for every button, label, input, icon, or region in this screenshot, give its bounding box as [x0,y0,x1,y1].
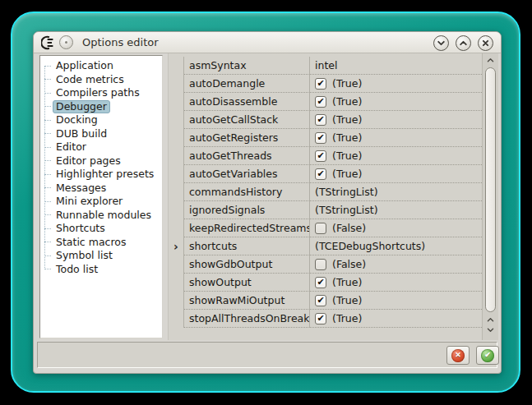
sidebar-item-messages[interactable]: Messages [40,182,162,196]
scrollbar-thumb[interactable] [485,67,496,312]
property-value[interactable]: (TCEDebugShortcuts) [310,237,482,255]
sidebar-item-docking[interactable]: Docking [40,113,162,127]
property-value[interactable]: (TStringList) [310,183,482,201]
tree-branch-icon [44,79,51,80]
property-value[interactable]: ✔ (True) [310,75,482,93]
checkbox-unchecked[interactable] [315,259,326,270]
sidebar-item-label: Editor pages [53,155,123,167]
property-name: ignoredSignals [184,201,310,219]
property-row-autogetcallstack[interactable]: autoGetCallStack ✔ (True) [169,111,482,129]
cancel-button[interactable]: ✕ [446,346,470,365]
property-value[interactable]: (TStringList) [310,201,482,219]
checkbox-checked[interactable]: ✔ [315,132,326,144]
property-value-text: (TStringList) [315,204,378,216]
property-value-text: (True) [332,77,362,90]
property-grid[interactable]: asmSyntax intel autoDemangle ✔ (True) au… [168,53,482,340]
property-row-autogetvariables[interactable]: autoGetVariables ✔ (True) [169,165,482,183]
property-row-stopallthreadsonbreak[interactable]: stopAllThreadsOnBreak ✔ (True) [169,310,482,328]
sidebar-item-label: Debugger [53,100,110,113]
property-row-autodemangle[interactable]: autoDemangle ✔ (True) [169,75,482,93]
sidebar-item-highlighter-presets[interactable]: Highlighter presets [40,168,162,182]
scroll-down-button[interactable] [484,324,497,335]
checkbox-checked[interactable]: ✔ [315,78,326,90]
scrollbar[interactable] [482,53,498,340]
sidebar-item-debugger[interactable]: Debugger [40,100,162,114]
sidebar-item-editor[interactable]: Editor [40,140,162,154]
property-row-showgdboutput[interactable]: showGdbOutput (False) [169,255,482,274]
tree-branch-icon [44,147,51,148]
chevron-down-icon [437,39,446,48]
property-value-text: (False) [332,222,366,234]
property-value[interactable]: ✔ (True) [310,129,482,147]
sidebar-item-label: Messages [53,182,109,194]
checkbox-checked[interactable]: ✔ [315,168,326,180]
property-row-ignoredsignals[interactable]: ignoredSignals (TStringList) [169,201,482,219]
property-row-autodisassemble[interactable]: autoDisassemble ✔ (True) [169,93,482,111]
scroll-up-button[interactable] [484,55,497,66]
sidebar-item-shortcuts[interactable]: Shortcuts [40,222,162,236]
checkbox-checked[interactable]: ✔ [315,313,326,324]
property-row-showoutput[interactable]: showOutput ✔ (True) [169,274,482,292]
property-row-keepredirectedstreams[interactable]: keepRedirectedStreams (False) [169,219,482,237]
property-value[interactable]: intel [310,57,482,75]
sidebar-item-editor-pages[interactable]: Editor pages [40,154,162,168]
checkbox-checked[interactable]: ✔ [315,114,326,126]
minimize-button[interactable] [433,35,449,51]
category-tree[interactable]: Application Code metrics Compilers paths… [39,55,163,338]
property-value[interactable]: (False) [310,219,482,237]
sidebar-item-symbol-list[interactable]: Symbol list [40,249,162,263]
checkbox-checked[interactable]: ✔ [315,295,326,306]
property-name: autoGetRegisters [184,129,310,147]
footer-panel: ✕ ✔ [37,342,497,368]
sidebar-item-runnable-modules[interactable]: Runnable modules [40,209,162,223]
window-menu-button[interactable] [59,35,73,49]
accept-button[interactable]: ✔ [476,346,499,365]
property-row-autogetregisters[interactable]: autoGetRegisters ✔ (True) [169,129,482,147]
property-row-shortcuts[interactable]: › shortcuts (TCEDebugShortcuts) [169,237,482,255]
property-row-showrawmioutput[interactable]: showRawMiOutput ✔ (True) [169,292,482,310]
maximize-button[interactable] [456,35,471,51]
property-value[interactable]: (False) [310,255,482,274]
property-value[interactable]: ✔ (True) [310,93,482,111]
checkbox-checked[interactable]: ✔ [315,96,326,108]
sidebar-item-todo-list[interactable]: Todo list [40,263,162,277]
row-expander [169,183,184,201]
property-value[interactable]: ✔ (True) [310,147,482,165]
property-value-text: intel [315,59,337,71]
property-value[interactable]: ✔ (True) [310,165,482,183]
close-button[interactable] [478,35,493,51]
property-value-text: (TCEDebugShortcuts) [315,240,425,252]
sidebar-item-label: Todo list [53,264,100,275]
sidebar-item-application[interactable]: Application [40,59,162,73]
property-value-text: (True) [332,312,362,324]
property-value[interactable]: ✔ (True) [310,310,482,328]
sidebar-item-mini-explorer[interactable]: Mini explorer [40,195,162,209]
property-value[interactable]: ✔ (True) [310,111,482,129]
tree-branch-icon [44,269,51,269]
tree-branch-icon [44,228,51,229]
options-editor-window: Options editor Application Code metrics [33,31,502,374]
sidebar-item-label: Application [53,60,116,71]
sidebar-item-static-macros[interactable]: Static macros [40,236,162,250]
property-row-commandshistory[interactable]: commandsHistory (TStringList) [169,183,482,201]
tree-branch-icon [44,133,51,134]
property-name: asmSyntax [184,57,310,75]
property-row-autogetthreads[interactable]: autoGetThreads ✔ (True) [169,147,482,165]
row-expander [169,111,184,129]
sidebar-item-dub-build[interactable]: DUB build [40,127,162,141]
row-expander [169,255,184,274]
sidebar-item-code-metrics[interactable]: Code metrics [40,73,162,87]
tree-branch-icon [44,255,51,256]
row-expander[interactable]: › [169,237,184,255]
checkbox-checked[interactable]: ✔ [315,277,326,288]
property-value[interactable]: ✔ (True) [310,274,482,292]
property-value[interactable]: ✔ (True) [310,292,482,310]
checkbox-unchecked[interactable] [315,223,326,234]
property-value-text: (True) [332,276,362,288]
property-row-asmsyntax[interactable]: asmSyntax intel [169,57,482,75]
sidebar-item-label: Docking [53,114,100,126]
checkbox-checked[interactable]: ✔ [315,150,326,162]
sidebar-item-compilers-paths[interactable]: Compilers paths [40,86,162,100]
titlebar[interactable]: Options editor [34,32,501,53]
sidebar-item-label: Highlighter presets [53,168,156,180]
